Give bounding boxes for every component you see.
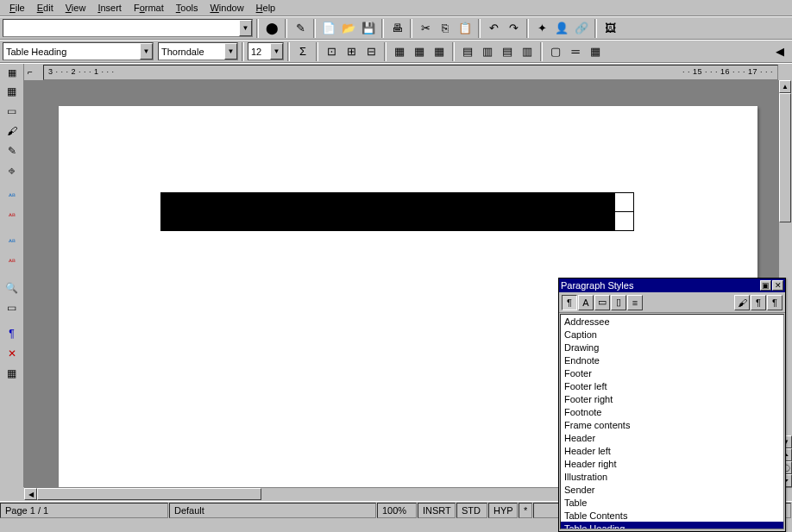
paragraph-style-item[interactable]: Footer right (561, 392, 783, 405)
status-insert[interactable]: INSRT (418, 503, 456, 518)
paragraph-style-item[interactable]: Caption (561, 328, 783, 341)
menu-format[interactable]: Format (128, 1, 170, 15)
status-zoom[interactable]: 100% (377, 503, 417, 518)
menu-tools[interactable]: Tools (170, 1, 204, 15)
graphics-off-button[interactable]: ✕ (3, 344, 22, 363)
menu-file[interactable]: File (3, 1, 31, 15)
gallery-button[interactable]: 🖼 (600, 19, 619, 38)
close-button[interactable]: ✕ (772, 280, 783, 291)
undo-button[interactable]: ↶ (484, 19, 503, 38)
menu-help[interactable]: Help (250, 1, 282, 15)
delete-row-button[interactable]: ▤ (498, 42, 517, 61)
spellcheck-button[interactable]: ᴬᴮ (3, 187, 22, 206)
status-selection[interactable]: STD (456, 503, 487, 518)
insert-graphic-button[interactable]: 🖌 (3, 122, 22, 141)
chevron-down-icon[interactable]: ▼ (239, 20, 252, 36)
num-style-tab[interactable]: ≡ (627, 295, 643, 310)
delete-col-button[interactable]: ▥ (518, 42, 537, 61)
document-table[interactable] (160, 192, 634, 231)
paragraph-styles-list[interactable]: AddresseeCaptionDrawingEndnoteFooterFoot… (560, 314, 784, 529)
table-cell[interactable] (615, 193, 634, 212)
insert-field-button[interactable]: ✎ (3, 141, 22, 160)
open-button[interactable]: 📂 (339, 19, 358, 38)
paragraph-style-item[interactable]: Footnote (561, 405, 783, 418)
font-combo[interactable]: Thorndale ▼ (158, 42, 238, 60)
paragraph-style-item[interactable]: Table (561, 496, 783, 509)
paragraph-style-item[interactable]: Header left (561, 444, 783, 457)
replace-button[interactable]: ᴬᴮ (3, 253, 22, 272)
table-cell[interactable] (161, 212, 615, 231)
linestyle-button[interactable]: ═ (566, 42, 585, 61)
chevron-down-icon[interactable]: ▼ (270, 43, 283, 59)
optimize-button[interactable]: ⊟ (361, 42, 380, 61)
paragraph-style-item[interactable]: Footer (561, 366, 783, 379)
paragraph-style-item[interactable]: Table Heading (561, 522, 783, 529)
redo-button[interactable]: ↷ (504, 19, 523, 38)
table-cell[interactable] (615, 212, 634, 231)
copy-button[interactable]: ⎘ (436, 19, 455, 38)
paragraph-style-item[interactable]: Illustration (561, 470, 783, 483)
horizontal-ruler[interactable]: 3 · · · 2 · · · 1 · · · · · 15 · · · 16 … (43, 65, 778, 80)
paragraph-style-item[interactable]: Frame contents (561, 418, 783, 431)
new-style-button[interactable]: ¶ (751, 295, 766, 310)
table-cell[interactable] (161, 193, 615, 212)
page-style-tab[interactable]: ▯ (611, 295, 626, 310)
paragraph-style-item[interactable]: Addressee (561, 315, 783, 328)
ruler-corner-button[interactable]: ▦ (0, 64, 24, 81)
table-row[interactable] (161, 212, 634, 231)
hyperlink-button[interactable]: 🔗 (572, 19, 591, 38)
web-layout-button[interactable]: ▦ (3, 364, 22, 383)
dock-button[interactable]: ▣ (760, 280, 771, 291)
scroll-thumb[interactable] (779, 93, 791, 222)
status-template[interactable]: Default (169, 503, 376, 518)
menu-edit[interactable]: Edit (31, 1, 60, 15)
new-button[interactable]: 📄 (319, 19, 338, 38)
size-combo[interactable]: 12 ▼ (248, 42, 284, 60)
scroll-left-button[interactable]: ◀ (24, 488, 37, 500)
scroll-up-button[interactable]: ▲ (779, 80, 791, 93)
datasource-button[interactable]: ▭ (3, 298, 22, 317)
table-row[interactable] (161, 193, 634, 212)
find-button[interactable]: ᴬᴮ (3, 233, 22, 252)
split-button[interactable]: ⊞ (342, 42, 361, 61)
print-button[interactable]: 🖶 (387, 19, 406, 38)
menu-insert[interactable]: Insert (91, 1, 128, 15)
menu-window[interactable]: Window (204, 1, 249, 15)
paragraph-style-item[interactable]: Footer left (561, 379, 783, 392)
row-top-button[interactable]: ▦ (390, 42, 409, 61)
navigator-button[interactable]: ✦ (532, 19, 551, 38)
style-combo[interactable]: Table Heading ▼ (3, 42, 154, 60)
toolbar-collapse-button[interactable]: ◀ (770, 42, 789, 61)
fill-format-button[interactable]: 🖌 (734, 295, 750, 310)
edit-button[interactable]: ✎ (291, 19, 310, 38)
paragraph-style-item[interactable]: Header (561, 431, 783, 444)
cut-button[interactable]: ✂ (416, 19, 435, 38)
paragraph-style-item[interactable]: Header right (561, 457, 783, 470)
paragraph-styles-window[interactable]: Paragraph Styles ▣ ✕ ¶ A ▭ ▯ ≡ 🖌 ¶ ¶ Add… (558, 278, 786, 532)
chevron-down-icon[interactable]: ▼ (140, 43, 153, 59)
paragraph-styles-titlebar[interactable]: Paragraph Styles ▣ ✕ (559, 279, 785, 292)
menu-view[interactable]: View (60, 1, 92, 15)
status-hyp[interactable]: HYP (488, 503, 518, 518)
paragraph-style-item[interactable]: Table Contents (561, 509, 783, 522)
borders-button[interactable]: ▢ (546, 42, 565, 61)
insert-row-button[interactable]: ▤ (458, 42, 477, 61)
row-center-button[interactable]: ▦ (410, 42, 429, 61)
paragraph-style-item[interactable]: Sender (561, 483, 783, 496)
bgcolor-button[interactable]: ▦ (586, 42, 605, 61)
tab-type-button[interactable]: ⌐ (24, 64, 36, 80)
nonprinting-button[interactable]: ¶ (3, 324, 22, 343)
insert-frame-button[interactable]: ▭ (3, 102, 22, 121)
char-style-tab[interactable]: A (578, 295, 594, 310)
paragraph-style-item[interactable]: Endnote (561, 354, 783, 366)
sum-button[interactable]: Σ (293, 42, 312, 61)
autospell-button[interactable]: ᴬᴮ (3, 207, 22, 226)
scroll-thumb[interactable] (37, 488, 261, 500)
paragraph-style-item[interactable]: Drawing (561, 341, 783, 354)
url-combo[interactable]: ▼ (3, 19, 253, 37)
frame-style-tab[interactable]: ▭ (594, 295, 610, 310)
para-style-tab[interactable]: ¶ (562, 295, 577, 310)
chevron-down-icon[interactable]: ▼ (224, 43, 237, 59)
paste-button[interactable]: 📋 (456, 19, 475, 38)
save-button[interactable]: 💾 (359, 19, 378, 38)
